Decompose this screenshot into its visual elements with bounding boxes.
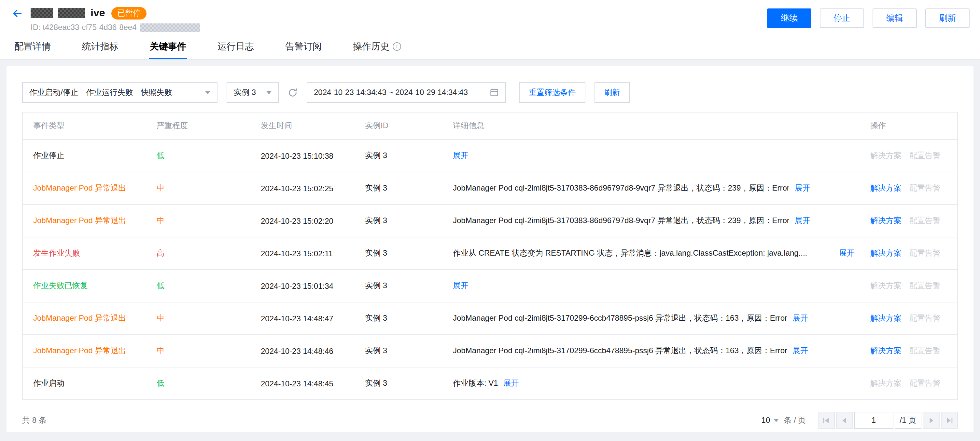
date-range-picker[interactable]: 2024-10-23 14:34:43 ~ 2024-10-29 14:34:4… [307, 82, 506, 103]
tab-label: 告警订阅 [285, 41, 322, 52]
event-time: 2024-10-23 15:01:34 [261, 281, 333, 290]
severity: 低 [157, 151, 164, 160]
operation-cell: 解决方案配置告警 [860, 270, 958, 302]
expand-link[interactable]: 展开 [792, 345, 808, 357]
instance-cell: 实例 3 [355, 367, 442, 400]
expand-link[interactable]: 展开 [453, 150, 469, 161]
filter-tag[interactable]: 作业运行失败 [86, 87, 133, 98]
detail-cell: JobManager Pod cql-2imi8jt5-3170383-86d9… [442, 172, 860, 205]
event-row: 作业启动低2024-10-23 14:48:45实例 3作业版本: V1展开解决… [22, 367, 958, 400]
expand-link[interactable]: 展开 [453, 280, 469, 291]
tab-label: 配置详情 [14, 41, 51, 52]
page-input[interactable] [854, 412, 893, 428]
instance-select[interactable]: 实例 3 [227, 82, 279, 103]
event-type-cell: 发生作业失败 [22, 237, 146, 270]
severity-cell: 低 [146, 270, 250, 302]
event-row: JobManager Pod 异常退出中2024-10-23 14:48:46实… [22, 335, 958, 367]
event-instance: 实例 3 [365, 346, 387, 355]
tab-run-logs[interactable]: 运行日志 [217, 34, 255, 59]
event-type-cell: 作业启动 [22, 367, 146, 400]
event-type: JobManager Pod 异常退出 [33, 314, 126, 323]
column-header: 操作 [860, 112, 958, 140]
refresh-instances-button[interactable] [288, 87, 298, 97]
prev-page-button[interactable] [836, 412, 853, 428]
event-type: 作业启动 [33, 379, 64, 388]
column-header: 事件类型 [22, 112, 146, 140]
tab-operation-history[interactable]: 操作历史i [352, 34, 402, 59]
page-header: ive 已暂停 ID: t428eac33-cf75-4d36-8ee4 继续停… [0, 0, 980, 34]
solution-link[interactable]: 解决方案 [870, 249, 902, 258]
event-instance: 实例 3 [365, 183, 387, 192]
pagination-controls: 10 条 / 页 /1 页 [762, 412, 958, 428]
solution-link[interactable]: 解决方案 [870, 183, 902, 192]
continue-button[interactable]: 继续 [767, 8, 811, 28]
expand-link[interactable]: 展开 [792, 313, 808, 324]
detail-content: 作业从 CREATE 状态变为 RESTARTING 状态，异常消息：java.… [453, 248, 855, 259]
expand-link[interactable]: 展开 [795, 215, 810, 226]
redacted-job-name-block [30, 8, 53, 18]
tab-config-detail[interactable]: 配置详情 [14, 34, 51, 59]
first-page-button[interactable] [818, 412, 834, 428]
redacted-job-id-block [140, 23, 200, 32]
status-badge: 已暂停 [112, 7, 147, 19]
page-size-select[interactable]: 10 [762, 416, 779, 425]
event-type-cell: 作业停止 [22, 140, 146, 172]
instance-cell: 实例 3 [355, 302, 442, 335]
chevron-down-icon [266, 91, 272, 94]
filter-tag[interactable]: 快照失败 [141, 87, 172, 98]
prev-page-icon [841, 417, 848, 424]
expand-link[interactable]: 展开 [795, 183, 810, 194]
detail-cell: JobManager Pod cql-2imi8jt5-3170299-6ccb… [442, 302, 860, 335]
total-count: 共 8 条 [22, 415, 46, 426]
edit-button[interactable]: 编辑 [873, 8, 917, 28]
detail-cell: 作业版本: V1展开 [442, 367, 860, 400]
total-pages: /1 页 [894, 412, 921, 428]
configure-alarm-link: 配置告警 [909, 151, 940, 160]
refresh-button[interactable]: 刷新 [925, 8, 970, 28]
severity-cell: 中 [146, 302, 250, 335]
tab-key-events[interactable]: 关键事件 [149, 34, 187, 59]
header-actions: 继续停止编辑刷新 [767, 8, 970, 28]
solution-link[interactable]: 解决方案 [870, 346, 902, 355]
severity: 中 [157, 183, 164, 192]
pager-buttons: /1 页 [818, 412, 958, 428]
configure-alarm-link: 配置告警 [909, 281, 940, 290]
back-button[interactable] [12, 8, 23, 19]
instance-select-value: 实例 3 [234, 87, 256, 98]
time-cell: 2024-10-23 15:02:11 [250, 237, 355, 270]
event-type-cell: 作业失败已恢复 [22, 270, 146, 302]
chevron-down-icon [773, 419, 778, 422]
event-table-body: 作业停止低2024-10-23 15:10:38实例 3展开解决方案配置告警Jo… [22, 140, 958, 400]
filter-tag[interactable]: 作业启动/停止 [29, 87, 78, 98]
detail-content: 展开 [453, 150, 855, 161]
job-id-row: ID: t428eac33-cf75-4d36-8ee4 [30, 22, 200, 33]
configure-alarm-link: 配置告警 [909, 183, 940, 192]
last-page-button[interactable] [941, 412, 958, 428]
detail-content: JobManager Pod cql-2imi8jt5-3170299-6ccb… [453, 345, 855, 357]
time-cell: 2024-10-23 15:10:38 [250, 140, 355, 172]
refresh-table-button[interactable]: 刷新 [595, 82, 630, 103]
expand-link[interactable]: 展开 [839, 248, 855, 259]
tab-metrics[interactable]: 统计指标 [81, 34, 119, 59]
severity-cell: 高 [146, 237, 250, 270]
operation-cell: 解决方案配置告警 [860, 335, 958, 367]
severity: 低 [157, 379, 164, 388]
tab-alarm-subscription[interactable]: 告警订阅 [285, 34, 322, 59]
operation-cell: 解决方案配置告警 [860, 172, 958, 205]
detail-text: JobManager Pod cql-2imi8jt5-3170383-86d9… [453, 215, 789, 226]
detail-cell: 展开 [442, 140, 860, 172]
event-time: 2024-10-23 15:10:38 [261, 151, 333, 160]
stop-button[interactable]: 停止 [820, 8, 864, 28]
solution-link[interactable]: 解决方案 [870, 314, 902, 323]
event-type: JobManager Pod 异常退出 [33, 183, 126, 192]
table-header-row: 事件类型严重程度发生时间实例ID详细信息操作 [22, 112, 958, 140]
expand-link[interactable]: 展开 [503, 378, 519, 389]
reset-filters-button[interactable]: 重置筛选条件 [519, 82, 585, 103]
solution-link[interactable]: 解决方案 [870, 216, 902, 225]
refresh-icon [288, 87, 298, 97]
event-type-filter[interactable]: 作业启动/停止作业运行失败快照失败 [22, 82, 218, 103]
event-instance: 实例 3 [365, 151, 387, 160]
event-time: 2024-10-23 15:02:25 [261, 184, 333, 193]
time-cell: 2024-10-23 14:48:47 [250, 302, 355, 335]
next-page-button[interactable] [923, 412, 940, 428]
